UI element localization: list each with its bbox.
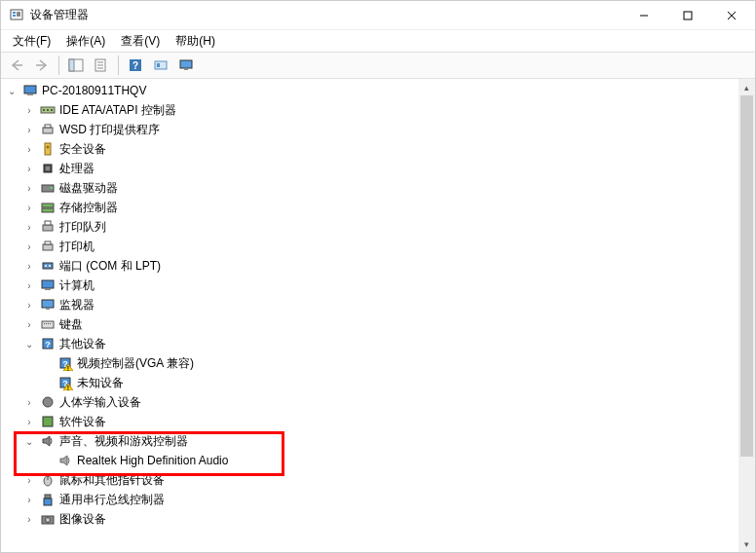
tree-item-usb[interactable]: › 通用串行总线控制器 <box>1 490 738 509</box>
help-button[interactable]: ? <box>124 55 147 76</box>
svg-text:!: ! <box>67 365 69 372</box>
properties-button[interactable] <box>90 55 113 76</box>
tree-item-realtek-audio[interactable]: › Realtek High Definition Audio <box>1 451 738 470</box>
show-hide-console-button[interactable] <box>64 55 88 76</box>
tree-label: 存储控制器 <box>59 200 118 216</box>
tree-item-software[interactable]: › 软件设备 <box>1 412 738 431</box>
toolbar: ? <box>1 52 755 79</box>
menu-view[interactable]: 查看(V) <box>113 31 168 52</box>
tree-item-disk[interactable]: › 磁盘驱动器 <box>1 178 738 198</box>
chevron-down-icon[interactable]: ⌄ <box>22 434 36 448</box>
toolbar-separator <box>58 55 59 75</box>
menu-action[interactable]: 操作(A) <box>58 31 113 52</box>
chevron-right-icon[interactable]: › <box>22 493 36 506</box>
vertical-scrollbar[interactable]: ▴ ▾ <box>738 79 755 552</box>
chevron-right-icon[interactable]: › <box>22 220 36 234</box>
scan-hardware-button[interactable] <box>149 55 172 76</box>
menu-file[interactable]: 文件(F) <box>5 31 58 52</box>
tree-item-audio[interactable]: ⌄ 声音、视频和游戏控制器 <box>1 431 738 451</box>
computer-icon <box>22 83 38 98</box>
chevron-right-icon[interactable]: › <box>22 181 36 195</box>
tree-label: WSD 打印提供程序 <box>59 122 160 138</box>
svg-rect-36 <box>42 203 54 207</box>
chevron-right-icon[interactable]: › <box>22 395 36 409</box>
svg-rect-11 <box>69 59 74 71</box>
tree-item-security[interactable]: › 安全设备 <box>1 139 738 159</box>
chevron-down-icon[interactable]: ⌄ <box>5 84 19 97</box>
toolbar-separator <box>118 55 119 75</box>
svg-rect-38 <box>43 225 53 231</box>
tree-item-hid[interactable]: › 人体学输入设备 <box>1 392 738 412</box>
scroll-up-button[interactable]: ▴ <box>738 79 755 95</box>
chevron-right-icon[interactable]: › <box>22 240 36 253</box>
svg-rect-71 <box>44 498 52 505</box>
tree-label: 未知设备 <box>77 375 124 391</box>
chevron-right-icon[interactable]: › <box>22 162 36 175</box>
chevron-right-icon[interactable]: › <box>22 278 36 292</box>
svg-rect-51 <box>46 323 47 324</box>
tree-item-storage[interactable]: › 存储控制器 <box>1 198 738 217</box>
tree-label: 其他设备 <box>59 336 106 352</box>
unknown-icon: ? <box>40 336 56 351</box>
root-label: PC-20180911THQV <box>42 84 146 97</box>
chevron-right-icon[interactable]: › <box>22 123 36 136</box>
tree-item-keyboard[interactable]: › 键盘 <box>1 314 738 334</box>
svg-rect-1 <box>13 12 16 14</box>
printqueue-icon <box>40 219 56 235</box>
tree-item-mouse[interactable]: › 鼠标和其他指针设备 <box>1 470 738 490</box>
tree-item-wsd[interactable]: › WSD 打印提供程序 <box>1 120 738 139</box>
chevron-down-icon[interactable]: ⌄ <box>22 337 36 350</box>
svg-rect-65 <box>43 417 53 426</box>
svg-rect-27 <box>51 109 53 111</box>
chevron-right-icon[interactable]: › <box>22 259 36 273</box>
back-button[interactable] <box>5 55 28 76</box>
scroll-down-button[interactable]: ▾ <box>738 535 755 552</box>
tree-item-printer[interactable]: › 打印机 <box>1 237 738 256</box>
monitor-icon <box>40 297 56 313</box>
tree-root[interactable]: ⌄ PC-20180911THQV <box>1 81 738 100</box>
svg-rect-2 <box>13 15 16 17</box>
svg-point-64 <box>43 397 53 407</box>
menu-help[interactable]: 帮助(H) <box>168 31 223 52</box>
scroll-track[interactable] <box>738 95 755 535</box>
tree-item-vga-controller[interactable]: › ?! 视频控制器(VGA 兼容) <box>1 353 738 373</box>
svg-rect-70 <box>45 495 51 498</box>
window-controls <box>622 2 753 29</box>
svg-rect-40 <box>43 244 53 250</box>
speaker-icon <box>57 453 73 468</box>
chevron-right-icon[interactable]: › <box>22 298 36 312</box>
maximize-button[interactable] <box>665 2 709 29</box>
tree-label: 人体学输入设备 <box>59 394 141 411</box>
svg-rect-50 <box>44 323 45 324</box>
tree-item-ports[interactable]: › 端口 (COM 和 LPT) <box>1 256 738 276</box>
tree-item-monitor[interactable]: › 监视器 <box>1 295 738 314</box>
chevron-right-icon[interactable]: › <box>22 142 36 156</box>
forward-button[interactable] <box>30 55 54 76</box>
close-button[interactable] <box>709 2 753 29</box>
scroll-thumb[interactable] <box>740 95 753 457</box>
chevron-right-icon[interactable]: › <box>22 201 36 214</box>
tree-label: 视频控制器(VGA 兼容) <box>77 355 194 372</box>
tree-item-computer[interactable]: › 计算机 <box>1 276 738 295</box>
tree-item-ide[interactable]: › IDE ATA/ATAPI 控制器 <box>1 100 738 120</box>
chevron-right-icon[interactable]: › <box>22 103 36 117</box>
svg-rect-18 <box>155 61 167 69</box>
tree-item-cpu[interactable]: › 处理器 <box>1 159 738 178</box>
chevron-right-icon[interactable]: › <box>22 317 36 331</box>
svg-rect-3 <box>17 12 20 17</box>
tree-label: Realtek High Definition Audio <box>77 454 228 467</box>
svg-text:?: ? <box>45 340 51 350</box>
tree-item-other-devices[interactable]: ⌄ ? 其他设备 <box>1 334 738 353</box>
tree-item-printqueue[interactable]: › 打印队列 <box>1 217 738 237</box>
tree-item-unknown-device[interactable]: › ?! 未知设备 <box>1 373 738 392</box>
device-tree[interactable]: ⌄ PC-20180911THQV › IDE ATA/ATAPI 控制器 › … <box>1 79 738 552</box>
svg-rect-5 <box>684 12 692 19</box>
chevron-right-icon[interactable]: › <box>22 473 36 487</box>
svg-point-31 <box>47 146 50 149</box>
tree-item-imaging[interactable]: › 图像设备 <box>1 509 738 529</box>
chevron-right-icon[interactable]: › <box>22 512 36 526</box>
minimize-button[interactable] <box>622 2 665 29</box>
chevron-right-icon[interactable]: › <box>22 415 36 428</box>
tree-label: 声音、视频和游戏控制器 <box>59 433 188 450</box>
monitor-button[interactable] <box>174 55 198 76</box>
